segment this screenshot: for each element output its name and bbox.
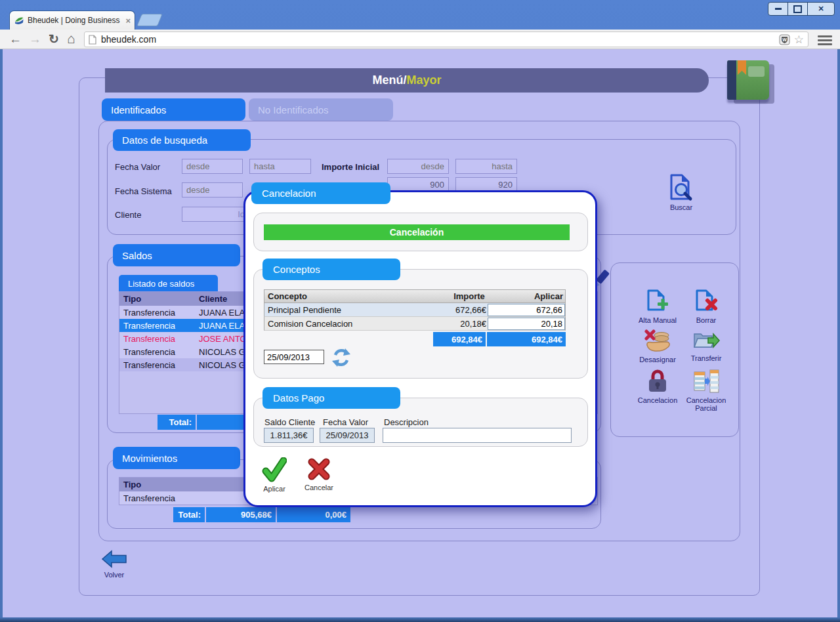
alta-manual-button[interactable]: Alta Manual bbox=[637, 289, 679, 329]
concepto-row: Principal Pendiente 672,66€ bbox=[264, 303, 566, 317]
tab-no-identificados[interactable]: No Identificados bbox=[249, 98, 393, 121]
importe-inicial-desde-input[interactable] bbox=[387, 159, 449, 174]
fecha-valor-pago-label: Fecha Valor bbox=[323, 417, 368, 427]
page-title-current: Mayor bbox=[406, 73, 441, 87]
alta-manual-label: Alta Manual bbox=[637, 316, 679, 324]
saldos-total-label: Total: bbox=[158, 415, 196, 430]
cancelacion-parcial-button[interactable]: Cancelacion Parcial bbox=[680, 369, 732, 416]
reload-icon[interactable]: ↻ bbox=[49, 30, 59, 49]
aplicar-button-label: Aplicar bbox=[260, 485, 289, 493]
modal-title: Cancelacion bbox=[262, 188, 316, 199]
new-tab-button[interactable] bbox=[136, 14, 163, 26]
movimientos-total-label: Total: bbox=[173, 507, 205, 522]
close-tab-icon[interactable]: × bbox=[125, 16, 131, 26]
desasignar-button[interactable]: Desasignar bbox=[634, 329, 681, 369]
home-icon[interactable]: ⌂ bbox=[67, 29, 75, 49]
svg-text:W: W bbox=[782, 37, 787, 41]
cancelacion-parcial-label-1: Cancelacion bbox=[680, 396, 732, 404]
datos-pago-title: Datos Pago bbox=[273, 392, 324, 404]
minimize-button[interactable] bbox=[768, 3, 788, 15]
tab-identificados-label: Identificados bbox=[111, 104, 166, 115]
tab-identificados[interactable]: Identificados bbox=[102, 98, 245, 121]
search-document-icon bbox=[668, 173, 693, 202]
borrar-button[interactable]: Borrar bbox=[685, 289, 727, 329]
transfer-folder-icon bbox=[692, 329, 720, 352]
buscar-button[interactable]: Buscar bbox=[668, 173, 694, 213]
cancelar-button-label: Cancelar bbox=[303, 484, 335, 491]
status-banner: Cancelación bbox=[264, 224, 570, 240]
col-concepto: Concepto bbox=[264, 291, 432, 301]
fecha-valor-hasta-input[interactable] bbox=[249, 159, 311, 174]
aplicar-input-1[interactable] bbox=[488, 318, 565, 330]
concepto-row: Comision Cancelacion 20,18€ bbox=[264, 317, 566, 331]
cancelacion-parcial-label-2: Parcial bbox=[680, 404, 732, 412]
saldos-panel-title: Saldos bbox=[122, 250, 152, 261]
movimientos-panel-title: Movimientos bbox=[122, 453, 177, 464]
page-title-prefix: Menú/ bbox=[372, 73, 406, 87]
movimientos-panel-tab: Movimientos bbox=[113, 447, 240, 469]
unassign-hand-icon bbox=[644, 329, 671, 353]
fecha-valor-pago-value: 25/09/2013 bbox=[320, 428, 375, 443]
volver-button[interactable]: Volver bbox=[97, 550, 131, 583]
banner-panel: Cancelación bbox=[253, 213, 588, 251]
importe-inicial-hasta-input[interactable] bbox=[455, 159, 517, 174]
forward-icon[interactable]: → bbox=[29, 30, 41, 49]
movimientos-total-importe: 905,68€ bbox=[206, 507, 276, 522]
buscar-label: Buscar bbox=[668, 203, 694, 211]
fecha-sistema-label: Fecha Sistema bbox=[115, 186, 172, 196]
window-border-bottom bbox=[0, 617, 840, 622]
back-arrow-icon bbox=[101, 550, 127, 568]
partial-cancel-icon bbox=[692, 369, 720, 394]
col-aplicar: Aplicar bbox=[485, 291, 565, 301]
fecha-valor-desde-input[interactable] bbox=[182, 159, 243, 174]
volver-label: Volver bbox=[97, 571, 131, 579]
fecha-sistema-desde-input[interactable] bbox=[182, 182, 243, 197]
maximize-icon bbox=[793, 5, 802, 13]
cliente-input[interactable] bbox=[182, 207, 249, 222]
document-add-icon bbox=[646, 289, 669, 314]
cross-icon bbox=[307, 457, 331, 481]
transferir-button[interactable]: Transferir bbox=[684, 329, 728, 369]
page-header: Menú/Mayor bbox=[105, 68, 709, 93]
saldos-panel-tab: Saldos bbox=[113, 244, 240, 266]
browser-window: Bheudek | Doing Business × ✕ ← → ↻ ⌂ bhe… bbox=[0, 0, 840, 622]
desasignar-label: Desasignar bbox=[634, 356, 681, 363]
menu-icon[interactable] bbox=[818, 33, 832, 45]
cliente-label: Cliente bbox=[115, 210, 141, 220]
close-icon: ✕ bbox=[818, 5, 824, 13]
fecha-cancelacion-input[interactable] bbox=[264, 350, 324, 364]
page-icon bbox=[89, 35, 96, 45]
document-delete-icon bbox=[694, 289, 718, 314]
search-panel-tab: Datos de busqueda bbox=[113, 129, 251, 151]
cancelacion-label: Cancelacion bbox=[633, 396, 682, 404]
descripcion-label: Descripcion bbox=[384, 417, 429, 427]
conceptos-title: Conceptos bbox=[273, 264, 320, 275]
cancelacion-button[interactable]: Cancelacion bbox=[633, 369, 682, 416]
bookmark-star-icon[interactable]: ☆ bbox=[794, 34, 804, 45]
descripcion-input[interactable] bbox=[383, 428, 572, 443]
total-aplicar: 692,84€ bbox=[487, 332, 566, 346]
url-bar[interactable]: bheudek.com W ☆ bbox=[84, 31, 808, 47]
browser-tab[interactable]: Bheudek | Doing Business × bbox=[9, 10, 135, 30]
window-controls: ✕ bbox=[768, 2, 835, 16]
col-tipo: Tipo bbox=[119, 480, 199, 489]
col-tipo: Tipo bbox=[119, 294, 199, 304]
aplicar-input-0[interactable] bbox=[488, 304, 565, 316]
total-importe: 692,84€ bbox=[433, 332, 486, 346]
listado-saldos-label: Listado de saldos bbox=[128, 279, 194, 289]
shield-icon[interactable]: W bbox=[779, 34, 790, 45]
tab-no-identificados-label: No Identificados bbox=[258, 104, 329, 115]
back-icon[interactable]: ← bbox=[9, 30, 22, 49]
tab-title: Bheudek | Doing Business bbox=[28, 16, 123, 25]
maximize-button[interactable] bbox=[788, 3, 807, 15]
movimientos-total-aplicado: 0,00€ bbox=[277, 507, 350, 522]
cancelar-button[interactable]: Cancelar bbox=[303, 457, 335, 495]
listado-saldos-tab: Listado de saldos bbox=[119, 275, 218, 292]
fecha-valor-label: Fecha Valor bbox=[115, 162, 160, 172]
url-text: bheudek.com bbox=[101, 34, 779, 45]
aplicar-button[interactable]: Aplicar bbox=[260, 457, 289, 495]
close-button[interactable]: ✕ bbox=[807, 3, 834, 15]
refresh-icon[interactable] bbox=[331, 348, 351, 367]
conceptos-header-row: Concepto Importe Aplicar bbox=[264, 289, 566, 303]
check-icon bbox=[262, 457, 287, 482]
